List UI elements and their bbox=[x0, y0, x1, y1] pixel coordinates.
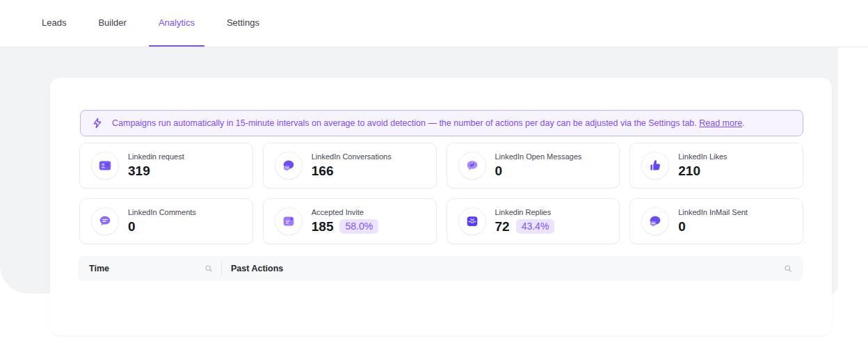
lightning-icon bbox=[92, 118, 103, 129]
inmail-icon bbox=[641, 207, 669, 235]
read-more-link[interactable]: Read more bbox=[699, 118, 742, 128]
stat-value: 0 bbox=[128, 218, 136, 235]
analytics-panel: Campaigns run automatically in 15-minute… bbox=[50, 78, 832, 335]
contact-card-icon bbox=[91, 152, 119, 180]
stat-card-linkedin-open-messages: LinkedIn Open Messages 0 bbox=[447, 143, 620, 189]
tab-bar: Leads Builder Analytics Settings bbox=[0, 0, 868, 47]
stat-value: 0 bbox=[678, 218, 686, 235]
stat-value: 210 bbox=[678, 163, 700, 180]
percentage-badge: 58.0% bbox=[339, 219, 378, 234]
stat-card-linkedin-conversations: LinkedIn Conversations 166 bbox=[263, 143, 437, 189]
comment-icon bbox=[91, 207, 119, 235]
stat-card-accepted-invite: Accepted Invite 185 58.0% bbox=[263, 198, 437, 244]
stat-card-linkedin-replies: Linkedin Replies 72 43.4% bbox=[447, 198, 620, 244]
tab-builder[interactable]: Builder bbox=[88, 0, 136, 47]
stat-label: Linkedin Replies bbox=[495, 208, 555, 218]
stat-value: 0 bbox=[495, 163, 503, 180]
stat-card-linkedin-comments: LinkedIn Comments 0 bbox=[79, 198, 253, 244]
column-header-past-actions[interactable]: Past Actions bbox=[222, 256, 803, 281]
column-header-time[interactable]: Time bbox=[78, 256, 221, 281]
stat-value: 319 bbox=[128, 163, 150, 180]
stat-label: LinkedIn InMail Sent bbox=[678, 208, 748, 218]
search-icon[interactable] bbox=[784, 264, 792, 273]
chat-bubbles-icon bbox=[275, 152, 303, 180]
info-banner: Campaigns run automatically in 15-minute… bbox=[80, 110, 803, 136]
stat-label: LinkedIn Likes bbox=[678, 152, 727, 162]
column-label: Time bbox=[89, 264, 109, 273]
column-label: Past Actions bbox=[231, 264, 283, 273]
stat-label: LinkedIn Open Messages bbox=[495, 152, 582, 162]
stat-label: Linkedin request bbox=[128, 152, 184, 162]
tab-settings[interactable]: Settings bbox=[217, 0, 269, 47]
invite-card-icon bbox=[275, 207, 303, 235]
banner-text: Campaigns run automatically in 15-minute… bbox=[112, 118, 745, 128]
stat-card-linkedin-request: Linkedin request 319 bbox=[79, 143, 253, 189]
stat-value: 166 bbox=[312, 163, 334, 180]
stat-value: 185 bbox=[312, 218, 334, 235]
search-icon[interactable] bbox=[204, 264, 213, 273]
stat-value: 72 bbox=[495, 218, 510, 235]
stat-card-linkedin-inmail-sent: LinkedIn InMail Sent 0 bbox=[629, 198, 803, 244]
thumbs-up-icon bbox=[641, 152, 669, 180]
stats-grid: Linkedin request 319 LinkedIn Conversati… bbox=[79, 143, 803, 244]
percentage-badge: 43.4% bbox=[516, 219, 555, 234]
tab-analytics[interactable]: Analytics bbox=[149, 0, 204, 47]
stat-label: Accepted Invite bbox=[312, 208, 378, 218]
stat-label: LinkedIn Comments bbox=[128, 208, 196, 218]
tab-leads[interactable]: Leads bbox=[32, 0, 76, 47]
past-actions-table-header: Time Past Actions bbox=[78, 256, 803, 281]
chat-check-icon bbox=[458, 152, 486, 180]
stat-label: LinkedIn Conversations bbox=[312, 152, 392, 162]
stat-card-linkedin-likes: LinkedIn Likes 210 bbox=[629, 143, 803, 189]
inbox-icon bbox=[458, 207, 486, 235]
